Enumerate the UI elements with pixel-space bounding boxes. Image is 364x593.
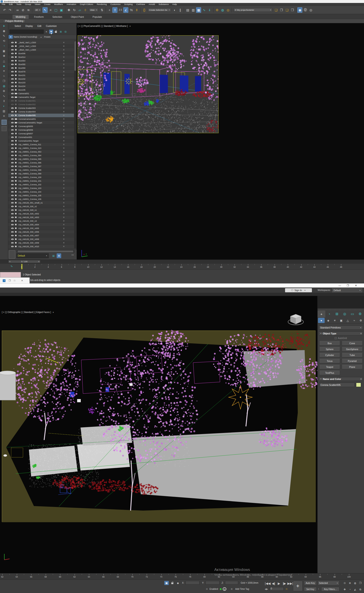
visibility-eye-icon[interactable] (11, 107, 14, 109)
frozen-cell[interactable] (63, 198, 64, 200)
visibility-eye-icon[interactable] (11, 165, 14, 168)
selection-lock-icon[interactable] (170, 581, 175, 585)
left-toolbar-icon[interactable]: ✎ (1, 34, 7, 38)
visibility-eye-icon[interactable] (11, 201, 14, 204)
visibility-eye-icon[interactable] (11, 151, 14, 153)
explorer-row[interactable]: crp_AM001_Corona_094 (8, 154, 74, 157)
visibility-eye-icon[interactable] (11, 147, 14, 149)
frozen-cell[interactable] (63, 60, 64, 61)
frozen-cell[interactable] (63, 137, 64, 138)
frozen-cell[interactable] (63, 206, 64, 207)
state4-icon[interactable]: ❒ (290, 7, 295, 13)
render-frame-icon[interactable]: ◎ (308, 7, 313, 13)
menu-item[interactable]: Customize (109, 3, 122, 6)
object-type-button[interactable]: GeoSphere (342, 347, 363, 351)
frozen-cell[interactable] (63, 111, 64, 112)
explorer-row[interactable]: crp_AM001_Corona_106 (8, 197, 74, 201)
visibility-eye-icon[interactable] (11, 242, 14, 244)
frozen-cell[interactable] (63, 147, 64, 149)
menu-item[interactable]: Tools (14, 3, 23, 6)
visibility-eye-icon[interactable] (11, 223, 14, 226)
explorer-row[interactable]: crp_AM001_Corona_102 (8, 183, 74, 186)
hierarchy-mode-icon[interactable]: ⊞ (57, 253, 61, 258)
frame-prev-button[interactable]: < (9, 260, 10, 263)
spinner-snap-icon[interactable]: ⇕ (134, 7, 139, 13)
explorer-row[interactable]: crp_AM126_028_v002 (8, 212, 74, 216)
frozen-cell[interactable] (63, 89, 64, 90)
ribbon-tab[interactable]: Populate (89, 15, 105, 19)
frozen-cell[interactable] (63, 42, 64, 43)
workspace-dropdown[interactable]: Default▼ (332, 288, 362, 292)
frozen-cell[interactable] (63, 86, 64, 87)
explorer-row[interactable]: Corona Scatter004 (8, 110, 74, 114)
explorer-row[interactable]: crp_AM126_030_v3 (8, 219, 74, 223)
zoom-region-icon[interactable]: ⊕ (348, 581, 352, 585)
y-field[interactable] (205, 581, 220, 585)
menu-item[interactable]: Modifiers (52, 3, 65, 6)
frozen-cell[interactable] (63, 100, 64, 101)
menu-item[interactable]: Views (33, 3, 42, 6)
explorer-row[interactable]: crp_AM001_Corona_103 (8, 186, 74, 190)
explorer-row[interactable]: CoronaLight006 (8, 128, 74, 132)
explorer-preset-dropdown[interactable]: Default▼ (16, 253, 49, 258)
ribbon-tab[interactable]: Object Paint (68, 15, 87, 19)
auto-key-button[interactable]: Auto Key (304, 581, 317, 585)
frame-next-button[interactable]: > (38, 260, 39, 263)
explorer-row[interactable]: crp_AM126_030_v006 (8, 230, 74, 234)
zoom-icon[interactable]: ⊙ (342, 581, 347, 585)
explorer-row[interactable]: Box054 (8, 59, 74, 63)
render-production-icon[interactable]: ◉ (297, 7, 302, 13)
badge-12-icon[interactable]: ⑫ (303, 7, 308, 13)
visibility-eye-icon[interactable] (11, 220, 14, 222)
maximize-viewport-icon[interactable]: ❒ (358, 581, 363, 585)
menu-item[interactable]: CivilView (134, 3, 147, 6)
menu-item[interactable]: File (0, 3, 7, 6)
visibility-eye-icon[interactable] (11, 56, 14, 58)
frozen-cell[interactable] (63, 71, 64, 72)
cat-lights-icon[interactable]: ☀ (332, 317, 338, 323)
scale-icon[interactable]: ▱ (77, 7, 82, 13)
pb-play-icon[interactable]: ▶ (276, 581, 281, 586)
filter-icon[interactable] (49, 30, 53, 34)
set-keys-button[interactable]: + (293, 581, 303, 591)
visibility-eye-icon[interactable] (11, 121, 14, 124)
visibility-eye-icon[interactable] (11, 161, 14, 164)
frozen-cell[interactable] (63, 228, 64, 229)
pb-start-icon[interactable]: |◀◀ (265, 581, 271, 586)
frozen-cell[interactable] (63, 224, 64, 225)
left-toolbar-icon[interactable]: ◔ (1, 44, 7, 48)
state1-icon[interactable]: ❏ (273, 7, 279, 13)
explorer-column-header[interactable]: ● Name (Sorted Ascending) ▲ Frozen (8, 35, 77, 39)
3dsmax-mini-icon[interactable]: 3 (3, 279, 6, 282)
pb-end-icon[interactable]: ▶▶| (287, 581, 293, 586)
explorer-row[interactable]: crp_AM126_030_v009 (8, 241, 74, 245)
menu-item[interactable]: Create (42, 3, 52, 6)
ribbon-tab[interactable]: Modeling (13, 15, 29, 19)
frozen-cell[interactable] (63, 93, 64, 94)
visibility-eye-icon[interactable] (11, 227, 14, 230)
object-type-button[interactable]: Torus (319, 359, 340, 363)
display-tab[interactable]: ▭ (349, 310, 356, 317)
layers-icon[interactable]: ▤ (51, 253, 56, 258)
visibility-eye-icon[interactable] (11, 205, 14, 208)
explorer-row[interactable]: Box104 (8, 85, 74, 88)
explorer-row[interactable]: Box102 (8, 77, 74, 81)
left-toolbar-icon[interactable]: ∿ (1, 94, 7, 98)
frozen-cell[interactable] (63, 78, 64, 79)
maximize-mini-icon[interactable]: □ (14, 279, 15, 282)
visibility-eye-icon[interactable] (11, 194, 14, 197)
key-mode-dropdown[interactable]: Selected▼ (318, 581, 339, 585)
snaps-toggle-icon[interactable]: ⇧ (112, 7, 117, 13)
left-toolbar-icon[interactable]: ❒ (1, 79, 7, 83)
visibility-eye-icon[interactable] (11, 70, 14, 73)
enabled-icon[interactable]: ⊖ (206, 588, 208, 590)
frozen-cell[interactable] (63, 126, 64, 127)
explorer-vertical-scrollbar[interactable] (74, 41, 76, 249)
explorer-row[interactable]: crp_AM001_Corona_095 (8, 157, 74, 161)
frozen-cell[interactable] (63, 213, 64, 214)
visibility-eye-icon[interactable] (11, 59, 14, 62)
reference-coordinate-dropdown[interactable]: View▼ (89, 8, 98, 12)
visibility-eye-icon[interactable] (11, 96, 14, 98)
explorer-row[interactable]: Corona Scatter001 (8, 99, 74, 103)
window2-track-bar[interactable]: 5254565860626466687072747678808284868890… (0, 573, 364, 579)
